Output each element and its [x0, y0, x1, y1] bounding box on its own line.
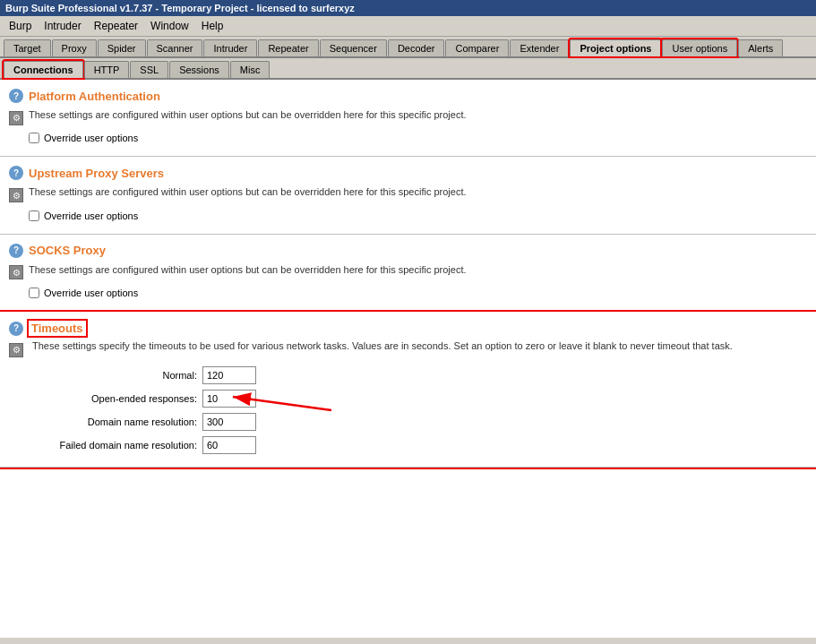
timeout-row-failed-dns: Failed domain name resolution: — [45, 436, 807, 454]
platform-auth-gear-row: ⚙ These settings are configured within u… — [9, 108, 807, 127]
upstream-proxy-header: ? Upstream Proxy Servers — [9, 166, 807, 180]
menu-intruder[interactable]: Intruder — [39, 18, 86, 34]
timeout-row-dns: Domain name resolution: — [45, 413, 807, 431]
timeout-input-failed-dns[interactable] — [202, 436, 256, 454]
upstream-proxy-desc: These settings are configured within use… — [29, 185, 467, 199]
socks-proxy-gear-row: ⚙ These settings are configured within u… — [9, 263, 807, 282]
platform-auth-desc: These settings are configured within use… — [29, 108, 467, 122]
platform-auth-override-row: Override user options — [29, 133, 807, 143]
upstream-proxy-title: Upstream Proxy Servers — [29, 167, 164, 180]
tab-intruder[interactable]: Intruder — [203, 39, 257, 56]
timeout-label-open-ended: Open-ended responses: — [45, 393, 197, 404]
timeouts-help-icon[interactable]: ? — [9, 322, 23, 336]
timeout-row-normal: Normal: — [45, 366, 807, 384]
subtab-ssl[interactable]: SSL — [130, 61, 168, 78]
subtab-connections[interactable]: Connections — [4, 61, 83, 78]
main-tab-bar: Target Proxy Spider Scanner Intruder Rep… — [0, 37, 816, 58]
tab-decoder[interactable]: Decoder — [388, 39, 445, 56]
upstream-proxy-checkbox[interactable] — [29, 210, 39, 221]
platform-auth-gear-icon[interactable]: ⚙ — [9, 111, 23, 125]
tab-scanner[interactable]: Scanner — [147, 39, 203, 56]
timeout-label-failed-dns: Failed domain name resolution: — [45, 440, 197, 451]
timeout-label-dns: Domain name resolution: — [45, 416, 197, 427]
timeouts-title: Timeouts — [29, 321, 86, 336]
timeout-input-open-ended[interactable] — [202, 390, 256, 408]
socks-proxy-checkbox[interactable] — [29, 288, 39, 298]
tab-project-options[interactable]: Project options — [570, 39, 661, 56]
platform-auth-title: Platform Authentication — [29, 90, 160, 103]
menu-repeater[interactable]: Repeater — [89, 18, 143, 34]
subtab-sessions[interactable]: Sessions — [169, 61, 229, 78]
timeouts-section: ? Timeouts ⚙ These settings specify the … — [0, 312, 816, 467]
upstream-proxy-gear-row: ⚙ These settings are configured within u… — [9, 185, 807, 204]
socks-proxy-gear-icon[interactable]: ⚙ — [9, 265, 23, 279]
title-bar: Burp Suite Professional v1.7.37 - Tempor… — [0, 0, 816, 16]
timeouts-desc: These settings specify the timeouts to b… — [32, 339, 733, 353]
menu-help[interactable]: Help — [196, 18, 229, 34]
tab-spider[interactable]: Spider — [98, 39, 146, 56]
socks-proxy-help-icon[interactable]: ? — [9, 244, 23, 258]
sub-tab-bar: Connections HTTP SSL Sessions Misc — [0, 58, 816, 80]
socks-proxy-override-label: Override user options — [44, 288, 138, 298]
tab-target[interactable]: Target — [4, 39, 51, 56]
menu-bar: Burp Intruder Repeater Window Help — [0, 16, 816, 37]
tab-repeater[interactable]: Repeater — [258, 39, 318, 56]
content-area: ? Platform Authentication ⚙ These settin… — [0, 80, 816, 638]
timeouts-gear-row: ⚙ These settings specify the timeouts to… — [9, 339, 807, 360]
platform-auth-header: ? Platform Authentication — [9, 89, 807, 103]
socks-proxy-desc: These settings are configured within use… — [29, 263, 467, 277]
platform-auth-help-icon[interactable]: ? — [9, 89, 23, 103]
socks-proxy-override-row: Override user options — [29, 288, 807, 298]
platform-auth-override-label: Override user options — [44, 133, 138, 143]
tab-user-options[interactable]: User options — [662, 39, 737, 56]
upstream-proxy-override-row: Override user options — [29, 210, 807, 221]
tab-comparer[interactable]: Comparer — [445, 39, 509, 56]
tab-alerts[interactable]: Alerts — [738, 39, 783, 56]
timeout-row-open-ended: Open-ended responses: — [45, 390, 807, 408]
upstream-proxy-help-icon[interactable]: ? — [9, 166, 23, 180]
timeout-label-normal: Normal: — [45, 370, 197, 381]
socks-proxy-section: ? SOCKS Proxy ⚙ These settings are confi… — [0, 235, 816, 312]
tab-proxy[interactable]: Proxy — [52, 39, 97, 56]
platform-auth-section: ? Platform Authentication ⚙ These settin… — [0, 80, 816, 157]
subtab-http[interactable]: HTTP — [84, 61, 130, 78]
timeouts-header: ? Timeouts — [9, 321, 807, 336]
subtab-misc[interactable]: Misc — [230, 61, 271, 78]
menu-burp[interactable]: Burp — [4, 18, 37, 34]
upstream-proxy-gear-icon[interactable]: ⚙ — [9, 188, 23, 202]
tab-extender[interactable]: Extender — [510, 39, 569, 56]
upstream-proxy-override-label: Override user options — [44, 210, 138, 221]
menu-window[interactable]: Window — [145, 18, 194, 34]
socks-proxy-title: SOCKS Proxy — [29, 244, 106, 257]
title-text: Burp Suite Professional v1.7.37 - Tempor… — [5, 3, 355, 13]
platform-auth-checkbox[interactable] — [29, 133, 39, 143]
tab-sequencer[interactable]: Sequencer — [320, 39, 387, 56]
timeout-input-normal[interactable] — [202, 366, 256, 384]
upstream-proxy-section: ? Upstream Proxy Servers ⚙ These setting… — [0, 157, 816, 234]
timeouts-gear-icon[interactable]: ⚙ — [9, 343, 23, 357]
timeout-fields: Normal: Open-ended responses: Domain nam… — [45, 366, 807, 454]
timeout-input-dns[interactable] — [202, 413, 256, 431]
socks-proxy-header: ? SOCKS Proxy — [9, 244, 807, 258]
